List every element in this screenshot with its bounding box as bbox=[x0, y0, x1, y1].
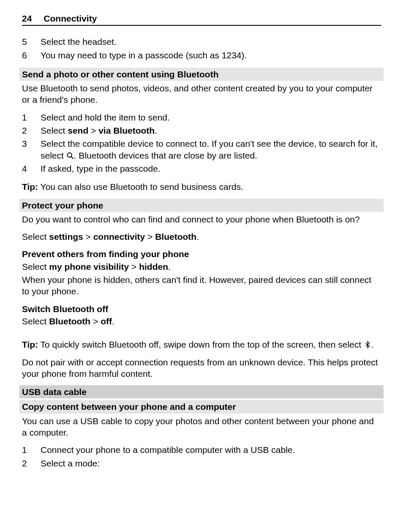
step-number: 1 bbox=[22, 444, 41, 455]
menu-path-bold: hidden bbox=[139, 262, 168, 271]
menu-path-bold: via Bluetooth bbox=[98, 126, 155, 135]
warning-text: Do not pair with or accept connection re… bbox=[22, 356, 381, 380]
page-number: 24 bbox=[22, 13, 32, 24]
step-number: 1 bbox=[22, 112, 41, 123]
menu-path-bold: send bbox=[68, 126, 88, 135]
note-text: When your phone is hidden, others can't … bbox=[22, 274, 381, 297]
step-text: Select and hold the item to send. bbox=[41, 112, 381, 123]
step-number: 2 bbox=[22, 458, 41, 469]
step-number: 6 bbox=[22, 49, 41, 61]
text: > bbox=[129, 262, 139, 271]
step-number: 2 bbox=[22, 125, 41, 136]
menu-path-bold: off bbox=[101, 316, 112, 326]
search-icon bbox=[66, 152, 74, 159]
list-item: 6 You may need to type in a passcode (su… bbox=[22, 49, 381, 61]
tip-paragraph: Tip: To quickly switch Bluetooth off, sw… bbox=[22, 339, 381, 350]
step-number: 4 bbox=[22, 163, 41, 174]
step-text: You may need to type in a passcode (such… bbox=[41, 49, 381, 61]
subheading-switch-off: Switch Bluetooth off bbox=[22, 303, 381, 315]
list-item: 1 Connect your phone to a compatible com… bbox=[22, 444, 381, 455]
heading-usb: USB data cable bbox=[19, 385, 384, 398]
text: Select bbox=[22, 316, 49, 326]
text: . Bluetooth devices that are close by ar… bbox=[74, 151, 257, 160]
text: . bbox=[155, 126, 157, 135]
text: > bbox=[88, 126, 98, 135]
tip-label: Tip: bbox=[22, 340, 38, 349]
subheading-copy-content: Copy content between your phone and a co… bbox=[19, 400, 384, 413]
step-text: Select send > via Bluetooth. bbox=[41, 125, 381, 136]
menu-path-bold: Bluetooth bbox=[49, 316, 90, 326]
intro-text: Do you want to control who can find and … bbox=[22, 214, 381, 225]
step-text: If asked, type in the passcode. bbox=[41, 163, 381, 174]
step-text: Select the compatible device to connect … bbox=[41, 138, 381, 161]
tip-text: To quickly switch Bluetooth off, swipe d… bbox=[38, 340, 364, 349]
menu-path-bold: settings bbox=[49, 232, 83, 241]
text: . bbox=[168, 262, 171, 271]
section-title: Connectivity bbox=[44, 13, 97, 24]
intro-text: You can use a USB cable to copy your pho… bbox=[22, 415, 381, 439]
svg-line-1 bbox=[71, 156, 73, 159]
text: > bbox=[90, 316, 101, 326]
intro-text: Use Bluetooth to send photos, videos, an… bbox=[22, 82, 381, 106]
tip-paragraph: Tip: You can also use Bluetooth to send … bbox=[22, 181, 381, 192]
select-path: Select my phone visibility > hidden. bbox=[22, 261, 381, 272]
tip-text: You can also use Bluetooth to send busin… bbox=[38, 182, 243, 192]
list-item: 3 Select the compatible device to connec… bbox=[22, 138, 381, 161]
svg-point-0 bbox=[67, 153, 72, 157]
list-item: 4 If asked, type in the passcode. bbox=[22, 163, 381, 174]
tip-label: Tip: bbox=[22, 182, 38, 192]
step-number: 5 bbox=[22, 36, 41, 47]
list-item: 1 Select and hold the item to send. bbox=[22, 112, 381, 123]
headset-steps: 5 Select the headset. 6 You may need to … bbox=[22, 36, 381, 61]
text: > bbox=[83, 232, 93, 241]
text: . bbox=[196, 232, 199, 241]
text: . bbox=[112, 316, 114, 326]
text: . bbox=[371, 340, 374, 349]
menu-path-bold: my phone visibility bbox=[49, 262, 129, 271]
select-path: Select settings > connectivity > Bluetoo… bbox=[22, 231, 381, 242]
step-text: Select the headset. bbox=[41, 36, 381, 47]
list-item: 2 Select send > via Bluetooth. bbox=[22, 125, 381, 136]
send-steps: 1 Select and hold the item to send. 2 Se… bbox=[22, 112, 381, 174]
heading-send-bluetooth: Send a photo or other content using Blue… bbox=[19, 68, 384, 81]
select-path: Select Bluetooth > off. bbox=[22, 315, 381, 327]
usb-steps: 1 Connect your phone to a compatible com… bbox=[22, 444, 381, 469]
heading-protect-phone: Protect your phone bbox=[19, 199, 384, 212]
menu-path-bold: connectivity bbox=[93, 232, 145, 241]
step-text: Connect your phone to a compatible compu… bbox=[41, 444, 381, 455]
text: Select bbox=[22, 232, 49, 241]
bluetooth-icon bbox=[364, 341, 371, 348]
list-item: 5 Select the headset. bbox=[22, 36, 381, 47]
text: Select bbox=[41, 126, 68, 135]
subheading-prevent: Prevent others from finding your phone bbox=[22, 248, 381, 260]
step-number: 3 bbox=[22, 138, 41, 149]
text: > bbox=[145, 232, 155, 241]
page-header: 24 Connectivity bbox=[22, 13, 381, 26]
step-text: Select a mode: bbox=[41, 458, 381, 469]
text: Select bbox=[22, 262, 49, 271]
menu-path-bold: Bluetooth bbox=[155, 232, 196, 241]
list-item: 2 Select a mode: bbox=[22, 458, 381, 469]
